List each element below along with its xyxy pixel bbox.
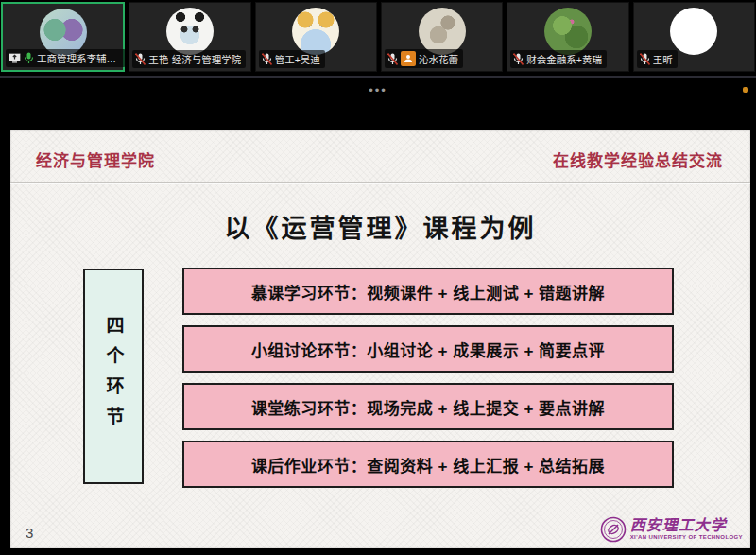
mic-muted-icon (387, 53, 398, 65)
participant-name-bar: 王昕 (637, 50, 678, 68)
process-step-row: 小组讨论环节：小组讨论 + 成果展示 + 简要点评 (182, 325, 674, 373)
participant-name-bar: 沁水花蕾 (385, 49, 463, 68)
shared-slide: 经济与管理学院 在线教学经验总结交流 以《运营管理》课程为例 四个环节 慕课学习… (10, 130, 750, 548)
meeting-window: 工商管理系李辅奋的屏... (0, 0, 756, 555)
side-label: 四个环节 (101, 316, 127, 437)
avatar (292, 8, 339, 55)
screen-share-icon (9, 53, 21, 63)
avatar (419, 8, 466, 55)
mic-muted-icon (262, 53, 272, 65)
avatar (670, 8, 717, 55)
mic-muted-icon (640, 53, 650, 65)
avatar (544, 8, 592, 55)
mic-muted-icon (513, 53, 524, 65)
participant-name: 管工+吴迪 (275, 52, 320, 66)
notification-dot-icon (743, 87, 748, 93)
slide-header-right: 在线教学经验总结交流 (553, 147, 723, 171)
process-step-row: 课堂练习环节：现场完成 + 线上提交 + 要点讲解 (182, 383, 674, 430)
process-step-row: 慕课学习环节：视频课件 + 线上测试 + 错题讲解 (182, 268, 674, 315)
participant-tile[interactable]: 王艳-经济与管理学院 (129, 2, 250, 72)
process-step-label: 课堂练习环节：现场完成 + 线上提交 + 要点讲解 (251, 395, 605, 419)
logo-name-en: XI'AN UNIVERSITY OF TECHNOLOGY (630, 534, 743, 540)
participant-tile[interactable]: 王昕 (633, 2, 755, 72)
strip-divider (0, 76, 756, 78)
participant-name: 工商管理系李辅奋的屏... (37, 51, 121, 65)
mic-on-icon (24, 52, 34, 64)
participant-name: 王艳-经济与管理学院 (148, 52, 241, 66)
participant-strip: 工商管理系李辅奋的屏... (0, 0, 756, 74)
process-steps: 慕课学习环节：视频课件 + 线上测试 + 错题讲解 小组讨论环节：小组讨论 + … (182, 268, 674, 488)
participant-name: 沁水花蕾 (419, 52, 458, 66)
mic-muted-icon (135, 53, 146, 65)
participant-name-bar: 王艳-经济与管理学院 (132, 50, 246, 68)
participant-name: 财会金融系+黄瑞 (526, 52, 602, 66)
process-step-label: 慕课学习环节：视频课件 + 线上测试 + 错题讲解 (251, 280, 605, 304)
participant-name-bar: 管工+吴迪 (259, 50, 325, 68)
process-step-label: 课后作业环节：查阅资料 + 线上汇报 + 总结拓展 (251, 453, 605, 477)
participant-tile[interactable]: 管工+吴迪 (255, 2, 377, 72)
participant-name-bar: 财会金融系+黄瑞 (510, 50, 607, 68)
participant-tile[interactable]: 沁水花蕾 (381, 2, 503, 72)
page-number: 3 (26, 525, 33, 541)
slide-header: 经济与管理学院 在线教学经验总结交流 (36, 147, 723, 171)
slide-header-left: 经济与管理学院 (36, 147, 155, 171)
logo-name-cn: 西安理工大学 (630, 518, 743, 534)
process-step-label: 小组讨论环节：小组讨论 + 成果展示 + 简要点评 (251, 338, 605, 361)
logo-emblem-icon (600, 516, 627, 543)
participant-name: 王昕 (653, 52, 673, 66)
avatar (166, 8, 214, 55)
process-step-row: 课后作业环节：查阅资料 + 线上汇报 + 总结拓展 (182, 441, 674, 488)
slide-title: 以《运营管理》课程为例 (10, 208, 750, 245)
participant-tile[interactable]: 工商管理系李辅奋的屏... (1, 2, 125, 72)
more-participants-indicator[interactable]: ••• (0, 83, 756, 97)
university-logo: 西安理工大学 XI'AN UNIVERSITY OF TECHNOLOGY (600, 516, 743, 543)
participant-name-bar: 工商管理系李辅奋的屏... (6, 49, 126, 67)
person-badge-icon (401, 51, 416, 66)
participant-tile[interactable]: 财会金融系+黄瑞 (507, 2, 628, 72)
slide-header-divider (10, 182, 750, 183)
side-label-box: 四个环节 (83, 269, 144, 484)
